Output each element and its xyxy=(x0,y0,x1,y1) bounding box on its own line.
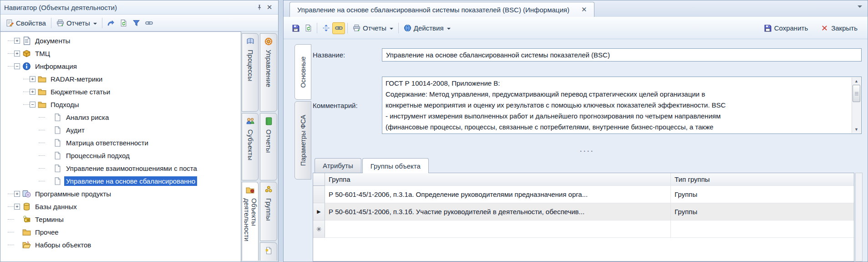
tree-expander[interactable]: + xyxy=(30,89,36,95)
close-button[interactable]: Закрыть xyxy=(818,22,860,34)
tree-connector xyxy=(39,130,45,130)
scrollbar-thumb[interactable] xyxy=(853,85,860,102)
globe-icon xyxy=(404,24,411,32)
splitter-handle[interactable]: ···· xyxy=(313,149,862,155)
link-button[interactable] xyxy=(143,17,156,29)
bottom-tab[interactable]: Группы объекта xyxy=(362,158,429,173)
refresh-button[interactable] xyxy=(117,17,130,29)
tree-item[interactable]: + Бюджетные статьи xyxy=(0,85,241,98)
close-panel-icon[interactable]: ✕ xyxy=(264,2,274,12)
tree-item[interactable]: Прочее xyxy=(0,226,241,238)
cell-group-type[interactable]: Группы xyxy=(671,203,854,221)
toolbar-right-group: Сохранить Закрыть xyxy=(761,22,862,34)
column-header-group-type[interactable]: Тип группы xyxy=(671,173,854,186)
tree-item-label: Термины xyxy=(33,215,66,224)
tab-close-icon[interactable]: ✕ xyxy=(581,5,587,14)
cell-group[interactable] xyxy=(325,221,671,238)
tree-item[interactable]: Процессный подход xyxy=(0,149,241,162)
nav-side-tab[interactable]: Отчеты xyxy=(260,113,277,180)
save-icon-button[interactable] xyxy=(289,22,302,34)
tree-expander[interactable]: + xyxy=(14,38,20,44)
tree-expander[interactable]: + xyxy=(30,76,36,82)
chevron-down-icon xyxy=(390,28,393,31)
tree-item[interactable]: Наборы объектов xyxy=(0,238,241,251)
reports-button[interactable]: Отчеты xyxy=(350,22,396,34)
tree-item[interactable]: Управление взаимоотношениями с поста xyxy=(0,162,241,175)
nav-side-tab[interactable] xyxy=(260,242,277,261)
tree-connector xyxy=(8,66,14,67)
tab-list-dropdown-icon[interactable] xyxy=(858,5,862,10)
cell-group-type[interactable]: Группы xyxy=(671,186,854,203)
save-button[interactable]: Сохранить xyxy=(761,22,811,34)
tree-item[interactable]: Аудит xyxy=(0,123,241,136)
editor-side-tabs: Основные Параметры ФСА xyxy=(294,44,311,180)
nav-side-tabs-column-2: Управление Отчеты Группы xyxy=(259,31,278,262)
tree-item[interactable]: + Базы данных xyxy=(0,200,241,213)
cell-group[interactable]: Р 50-601-45/1-2006, п.3.1б. Участие руко… xyxy=(325,203,671,221)
nav-side-tab[interactable]: Управление xyxy=(260,33,277,112)
comment-scrollbar[interactable]: ▲ ▼ xyxy=(852,77,861,133)
tree-item-label: Бюджетные статьи xyxy=(49,87,112,97)
properties-button[interactable]: Свойства xyxy=(3,17,49,29)
table-rows: Р 50-601-45/1-2006, п.3.1а. Определение … xyxy=(313,186,854,238)
tree-item[interactable]: − Подходы xyxy=(0,98,241,111)
scroll-down-icon[interactable]: ▼ xyxy=(852,126,861,133)
editor-side-tab[interactable]: Основные xyxy=(294,44,311,100)
tree-expander[interactable]: − xyxy=(14,63,20,69)
tree-item[interactable]: − Информация xyxy=(0,60,241,72)
nav-side-tab[interactable]: Группы xyxy=(260,182,277,241)
nav-side-tab-icon xyxy=(264,117,273,126)
tree-item[interactable]: + Программные продукты xyxy=(0,187,241,200)
go-to-button[interactable] xyxy=(105,17,117,29)
document-tab[interactable]: Управление на основе сбалансированной си… xyxy=(289,2,594,17)
cell-group-type[interactable] xyxy=(671,221,854,238)
table-row[interactable]: ▶ Р 50-601-45/1-2006, п.3.1б. Участие ру… xyxy=(313,203,854,221)
tree-item-label: Наборы объектов xyxy=(33,240,93,250)
editor-side-tab-label: Основные xyxy=(299,57,307,88)
document-tab-title: Управление на основе сбалансированной си… xyxy=(297,6,569,14)
column-header-group[interactable]: Группа xyxy=(325,173,671,186)
tree-expander[interactable]: − xyxy=(30,102,36,108)
cell-group[interactable]: Р 50-601-45/1-2006, п.3.1а. Определение … xyxy=(325,186,671,203)
tree-connector xyxy=(23,104,30,105)
bottom-tab[interactable]: Атрибуты xyxy=(315,158,361,173)
tree-item-icon xyxy=(53,113,62,122)
editor-side-tab[interactable]: Параметры ФСА xyxy=(294,101,311,180)
tree-expander[interactable]: + xyxy=(14,204,20,210)
pin-icon[interactable] xyxy=(254,2,264,12)
nav-side-tab[interactable]: Субъекты xyxy=(242,113,259,180)
nav-side-tab-label: Отчеты xyxy=(265,129,272,153)
tree-expander[interactable]: + xyxy=(14,51,20,57)
tree-item-label: Управление взаимоотношениями с поста xyxy=(64,164,199,173)
nav-side-tab[interactable]: Процессы xyxy=(242,33,259,112)
tree-item[interactable]: Управление на основе сбалансированно xyxy=(0,175,241,187)
table-scrollbar[interactable] xyxy=(855,173,863,262)
comment-field[interactable]: ГОСТ Р 10014-2008, Приложение В: Содержа… xyxy=(382,77,862,134)
tree-connector xyxy=(23,79,30,79)
tree-item[interactable]: Матрица ответственности xyxy=(0,136,241,149)
groups-table[interactable]: Группа Тип группы Р 50-601-45/1-2006, п.… xyxy=(313,173,854,262)
name-input[interactable] xyxy=(382,48,862,62)
expand-sections-button[interactable] xyxy=(320,22,332,34)
filter-button[interactable] xyxy=(130,17,143,29)
tree-item[interactable]: + RADAR-метрики xyxy=(0,72,241,85)
tree-item[interactable]: Анализ риска xyxy=(0,111,241,123)
link-button[interactable] xyxy=(332,22,345,34)
toolbar-separator xyxy=(398,23,399,33)
table-row[interactable]: Р 50-601-45/1-2006, п.3.1а. Определение … xyxy=(313,186,854,203)
tree-item[interactable]: + Документы xyxy=(0,34,241,47)
tree-item-label: Анализ риска xyxy=(64,113,111,122)
tree-expander[interactable]: + xyxy=(14,191,20,197)
table-new-row[interactable]: ✳ xyxy=(313,221,854,238)
tree-item[interactable]: Термины xyxy=(0,213,241,226)
actions-button[interactable]: Действия xyxy=(401,22,453,34)
navigator-tree[interactable]: + Документы + ТМЦ − Информация + RADAR-м… xyxy=(0,31,241,262)
tree-connector xyxy=(8,232,14,232)
reports-button[interactable]: Отчеты xyxy=(54,17,100,29)
refresh-button[interactable] xyxy=(302,22,315,34)
nav-side-tab[interactable]: Объекты деятельности xyxy=(242,182,259,261)
scroll-up-icon[interactable]: ▲ xyxy=(852,77,861,85)
row-indicator-cell: ✳ xyxy=(313,221,325,238)
tree-item[interactable]: + ТМЦ xyxy=(0,47,241,60)
thumb-grip xyxy=(855,92,858,95)
